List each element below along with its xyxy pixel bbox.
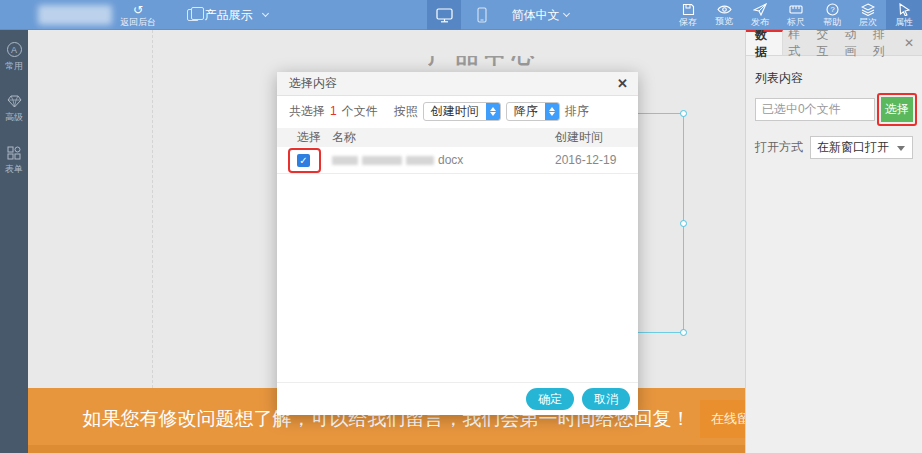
list-content-label: 列表内容 <box>755 70 913 87</box>
monitor-icon <box>436 8 453 23</box>
tab-animation[interactable]: 动画 <box>840 30 868 55</box>
page-selector[interactable]: 产品展示 <box>172 0 282 30</box>
sort-by-label: 按照 <box>394 103 418 120</box>
save-button[interactable]: 保存 <box>670 0 706 30</box>
publish-button[interactable]: 发布 <box>742 0 778 30</box>
help-button[interactable]: ? 帮助 <box>814 0 850 30</box>
resize-handle-bottom-right[interactable] <box>680 329 687 336</box>
footer-bar-bottom-strip <box>28 445 745 453</box>
resize-handle-top-right[interactable] <box>680 110 687 117</box>
file-checkbox[interactable]: ✓ <box>297 154 310 167</box>
close-icon[interactable]: ✕ <box>607 76 638 91</box>
chevron-down-icon <box>261 10 268 17</box>
phone-icon <box>477 7 487 23</box>
sort-order-dropdown[interactable]: 降序 <box>506 102 560 121</box>
sidebar-item-common[interactable]: A 常用 <box>5 42 23 73</box>
pages-icon <box>187 9 199 21</box>
help-icon: ? <box>826 3 839 16</box>
open-mode-row: 打开方式 在新窗口打开 <box>755 136 913 159</box>
preview-eye-icon <box>717 4 732 15</box>
save-icon <box>682 3 695 16</box>
selected-files-field: 已选中0个文件 <box>755 98 875 121</box>
back-to-admin-button[interactable]: ↺ 返回后台 <box>112 0 164 30</box>
app-logo <box>38 5 112 25</box>
tab-data[interactable]: 数据 <box>746 30 783 55</box>
tab-interaction[interactable]: 交互 <box>811 30 839 55</box>
spinner-arrows-icon[interactable] <box>545 103 559 120</box>
panel-body: 列表内容 已选中0个文件 选择 打开方式 在新窗口打开 <box>746 56 922 169</box>
language-selector[interactable]: 简体中文 <box>503 0 577 30</box>
modal-header: 选择内容 ✕ <box>277 72 638 96</box>
file-table-header: 选择 名称 创建时间 <box>277 128 638 147</box>
chevron-down-icon <box>562 10 569 17</box>
sort-suffix: 排序 <box>565 103 589 120</box>
tab-arrange[interactable]: 排列 <box>868 30 896 55</box>
tab-style[interactable]: 样式 <box>783 30 811 55</box>
ruler-button[interactable]: 标尺 <box>778 0 814 30</box>
select-content-modal: 选择内容 ✕ 共选择 1 个文件 按照 创建时间 降序 排序 选择 名称 创建时… <box>277 72 638 415</box>
open-mode-dropdown[interactable]: 在新窗口打开 <box>810 136 913 159</box>
spinner-arrows-icon[interactable] <box>486 103 500 120</box>
publish-plane-icon <box>753 3 767 16</box>
sort-field-dropdown[interactable]: 创建时间 <box>423 102 501 121</box>
properties-button[interactable]: 属性 <box>886 0 922 30</box>
properties-panel: 数据 样式 交互 动画 排列 ✕ 列表内容 已选中0个文件 选择 打开方式 在新… <box>745 30 922 453</box>
mobile-view-button[interactable] <box>465 0 499 30</box>
sidebar-item-form[interactable]: 表单 <box>5 146 23 176</box>
preview-button[interactable]: 预览 <box>706 0 742 30</box>
undo-back-icon: ↺ <box>133 4 143 16</box>
layers-icon <box>861 3 875 16</box>
panel-tabs: 数据 样式 交互 动画 排列 ✕ <box>746 30 922 56</box>
select-files-button[interactable]: 选择 <box>881 97 913 122</box>
top-toolbar: ↺ 返回后台 产品展示 简体中文 保存 预览 发布 标尺 <box>0 0 922 30</box>
count-prefix: 共选择 <box>289 103 325 120</box>
open-mode-label: 打开方式 <box>755 139 810 156</box>
count-suffix: 个文件 <box>342 103 378 120</box>
table-row[interactable]: ✓ docx 2016-12-19 <box>277 147 638 174</box>
modal-title: 选择内容 <box>277 75 607 92</box>
resize-handle-mid-right[interactable] <box>680 220 687 227</box>
list-content-row: 已选中0个文件 选择 <box>755 97 913 122</box>
chevron-down-icon <box>897 146 905 151</box>
sidebar-item-advanced[interactable]: 高级 <box>5 95 23 124</box>
page-heading-partial: 产品中心 <box>428 56 588 72</box>
svg-text:?: ? <box>830 5 834 14</box>
file-name: docx <box>332 147 463 174</box>
online-message-button[interactable]: 在线留言 <box>700 400 745 438</box>
file-date: 2016-12-19 <box>555 147 616 174</box>
desktop-view-button[interactable] <box>427 0 461 30</box>
cancel-button[interactable]: 取消 <box>582 388 630 410</box>
properties-icon <box>898 3 911 16</box>
toolbar-actions: 保存 预览 发布 标尺 ? 帮助 层次 属性 <box>670 0 922 30</box>
modal-sort-toolbar: 共选择 1 个文件 按照 创建时间 降序 排序 <box>277 96 638 126</box>
layers-button[interactable]: 层次 <box>850 0 886 30</box>
widget-sidebar: A 常用 高级 表单 <box>0 30 28 453</box>
close-icon[interactable]: ✕ <box>896 30 922 55</box>
selected-count: 1 <box>330 104 337 118</box>
modal-footer: 确定 取消 <box>277 382 638 415</box>
circle-a-icon: A <box>7 42 22 57</box>
ruler-icon <box>789 3 803 16</box>
ok-button[interactable]: 确定 <box>526 388 574 410</box>
form-grid-icon <box>7 146 21 160</box>
diamond-icon <box>7 95 22 108</box>
